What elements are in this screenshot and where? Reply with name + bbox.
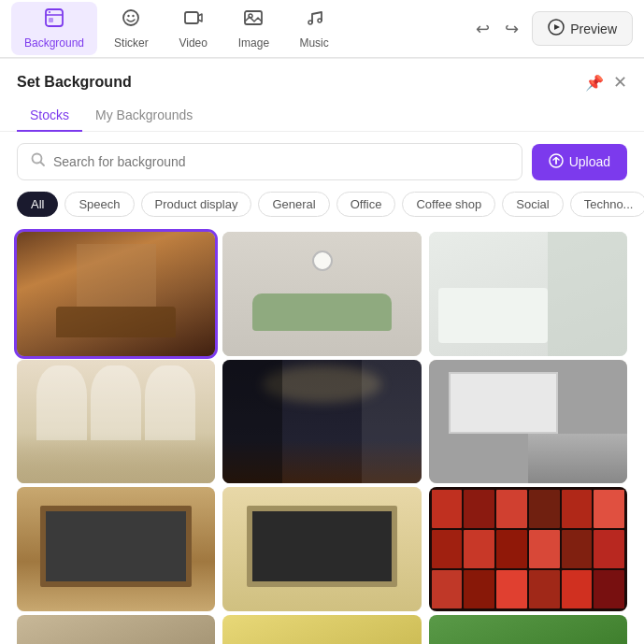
toolbar-item-music[interactable]: Music: [286, 2, 342, 55]
toolbar-item-sticker[interactable]: Sticker: [101, 2, 162, 55]
undo-redo-group: ↩ ↪: [472, 15, 522, 43]
svg-rect-2: [49, 18, 53, 22]
music-icon: [304, 7, 324, 33]
toolbar-actions: ↩ ↪ Preview: [472, 11, 633, 46]
toolbar-label-music: Music: [299, 36, 328, 50]
preview-label: Preview: [570, 21, 617, 36]
toolbar-item-background[interactable]: Background: [11, 2, 97, 55]
svg-point-6: [133, 15, 135, 17]
redo-button[interactable]: ↪: [501, 15, 522, 43]
chips-row: All Speech Product display General Offic…: [0, 192, 644, 226]
panel-title: Set Background: [17, 74, 132, 91]
tabs-row: Stocks My Backgrounds: [0, 100, 644, 132]
undo-button[interactable]: ↩: [472, 15, 494, 43]
toolbar-label-image: Image: [238, 36, 269, 50]
svg-rect-7: [185, 12, 198, 23]
image-cell-hall[interactable]: [17, 360, 215, 484]
image-icon: [243, 7, 264, 33]
chip-office[interactable]: Office: [336, 192, 396, 217]
tab-stocks[interactable]: Stocks: [17, 100, 82, 132]
svg-rect-8: [245, 11, 262, 24]
close-button[interactable]: ✕: [613, 72, 627, 93]
image-grid-row2: [0, 360, 644, 488]
image-grid-row4-partial: [0, 615, 644, 644]
toolbar-label-sticker: Sticker: [114, 36, 149, 50]
svg-point-4: [123, 10, 138, 25]
svg-marker-13: [554, 24, 560, 30]
svg-line-15: [41, 163, 45, 166]
image-cell-studio[interactable]: [429, 232, 627, 356]
search-icon: [31, 152, 46, 171]
image-cell-partial2[interactable]: [222, 615, 421, 644]
background-icon: [44, 7, 64, 33]
image-cell-partial1[interactable]: [17, 615, 215, 644]
chip-speech[interactable]: Speech: [64, 192, 134, 217]
upload-button[interactable]: Upload: [532, 144, 627, 180]
panel-header: Set Background 📌 ✕: [0, 59, 644, 100]
panel-header-actions: 📌 ✕: [585, 72, 627, 93]
svg-point-11: [318, 19, 322, 22]
search-upload-row: Upload: [0, 132, 644, 192]
chip-techno[interactable]: Techno...: [570, 192, 644, 217]
toolbar-items: Background Sticker Video: [11, 2, 472, 55]
toolbar-item-image[interactable]: Image: [225, 2, 282, 55]
image-cell-bookshelf[interactable]: [429, 487, 627, 611]
sticker-icon: [121, 7, 141, 33]
video-icon: [183, 7, 204, 33]
image-cell-sofa[interactable]: [222, 232, 421, 356]
preview-button[interactable]: Preview: [532, 11, 633, 46]
svg-point-10: [308, 21, 312, 24]
svg-rect-0: [46, 9, 63, 26]
pin-button[interactable]: 📌: [585, 72, 604, 93]
chip-general[interactable]: General: [258, 192, 329, 217]
search-input[interactable]: [53, 154, 508, 169]
upload-label: Upload: [569, 154, 610, 169]
background-panel: Set Background 📌 ✕ Stocks My Backgrounds: [0, 58, 644, 644]
image-cell-lobby[interactable]: [17, 232, 215, 356]
chip-all[interactable]: All: [17, 192, 58, 217]
image-grid-row1: [0, 226, 644, 360]
tab-my-backgrounds[interactable]: My Backgrounds: [82, 100, 206, 132]
image-cell-blackboard2[interactable]: [222, 487, 421, 611]
image-cell-blackboard1[interactable]: [17, 487, 215, 611]
image-grid-row3: [0, 487, 644, 615]
toolbar: Background Sticker Video: [0, 0, 644, 58]
image-cell-concrete[interactable]: [429, 360, 627, 484]
chip-social[interactable]: Social: [502, 192, 563, 217]
chip-coffee-shop[interactable]: Coffee shop: [402, 192, 495, 217]
svg-point-5: [128, 15, 130, 17]
toolbar-label-background: Background: [24, 36, 84, 50]
image-cell-partial3[interactable]: [429, 615, 627, 644]
upload-icon: [549, 153, 564, 171]
image-cell-dark-hall[interactable]: [222, 360, 421, 484]
chip-product-display[interactable]: Product display: [141, 192, 252, 217]
play-circle-icon: [548, 19, 565, 38]
toolbar-label-video: Video: [179, 36, 207, 50]
search-box: [17, 143, 522, 180]
toolbar-item-video[interactable]: Video: [165, 2, 222, 55]
